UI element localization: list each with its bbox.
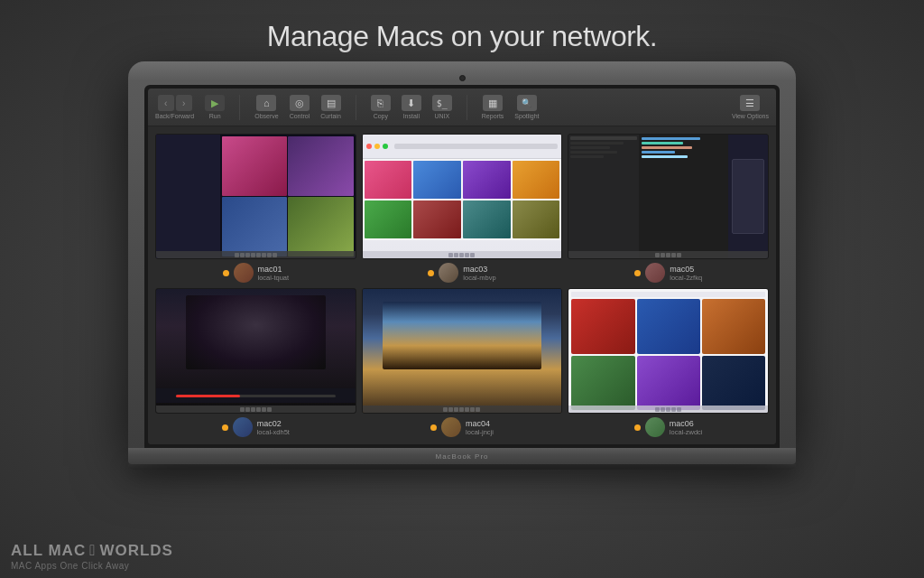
- mac05-avatar: [645, 263, 665, 283]
- unix-label: UNIX: [434, 113, 449, 119]
- mac05-screen[interactable]: [568, 134, 769, 259]
- reports-label: Reports: [482, 113, 504, 119]
- mac05-status-dot: [634, 270, 641, 276]
- list-item[interactable]: mac05 local-2zfkq: [568, 134, 769, 283]
- list-item[interactable]: mac02 local-xdh5t: [155, 288, 356, 437]
- mac02-screen[interactable]: [155, 288, 356, 414]
- mac06-screen[interactable]: [568, 288, 769, 414]
- mac02-avatar: [233, 417, 253, 437]
- mac04-info: mac04 local-jncji: [430, 417, 494, 437]
- mac02-status-dot: [222, 424, 228, 431]
- control-button[interactable]: ◎ Control: [290, 95, 310, 119]
- unix-button[interactable]: $_ UNIX: [432, 95, 452, 119]
- mac06-info: mac06 local-zwdci: [634, 417, 703, 437]
- mac02-info: mac02 local-xdh5t: [222, 417, 290, 437]
- mac02-name-block: mac02 local-xdh5t: [257, 419, 290, 436]
- run-button[interactable]: ▶ Run: [205, 95, 225, 119]
- music-card-5: [637, 356, 700, 411]
- screen-content: ‹ › Back/Forward ▶ Run ⌂ Observe: [148, 89, 776, 444]
- mac04-name: mac04: [466, 419, 494, 428]
- toolbar: ‹ › Back/Forward ▶ Run ⌂ Observe: [148, 89, 776, 126]
- mac06-music-cards: [568, 289, 768, 413]
- mac06-top-bar: [571, 292, 765, 297]
- apple-logo-icon: : [89, 542, 96, 560]
- list-item[interactable]: mac04 local-jncji: [362, 288, 563, 437]
- mac01-dock: [156, 251, 356, 258]
- mac04-screen-mock: [363, 289, 562, 413]
- mac04-dock: [363, 406, 562, 413]
- mac03-screen[interactable]: [362, 134, 563, 259]
- watermark: ALL MAC  WORLDS MAC Apps One Click Away: [11, 542, 173, 571]
- mac02-name: mac02: [257, 419, 290, 428]
- play-icon: ▶: [205, 95, 225, 111]
- back-forward-button[interactable]: ‹ › Back/Forward: [155, 95, 194, 119]
- spotlight-label: Spotlight: [514, 113, 539, 119]
- list-item[interactable]: mac03 local-mbvp: [362, 134, 563, 283]
- mac01-avatar: [234, 263, 254, 283]
- mac05-name: mac05: [670, 265, 702, 274]
- unix-icon: $_: [432, 95, 452, 111]
- mac06-screen-mock: [568, 289, 768, 413]
- mac01-screen-mock: [156, 135, 356, 258]
- mac03-name-block: mac03 local-mbvp: [463, 265, 495, 282]
- mac01-info: mac01 local-tquat: [223, 263, 290, 283]
- toolbar-separator-3: [467, 95, 467, 120]
- mac06-local: local-zwdci: [670, 428, 703, 436]
- page-title: Manage Macs on your network.: [0, 20, 924, 53]
- screens-grid: mac01 local-tquat: [148, 126, 776, 444]
- mac02-dock: [156, 406, 356, 413]
- mac03-screen-mock: [363, 135, 562, 258]
- mac06-avatar: [645, 417, 665, 437]
- mac01-name: mac01: [258, 265, 290, 274]
- spotlight-button[interactable]: 🔍 Spotlight: [514, 95, 539, 119]
- mac03-dock: [363, 251, 562, 258]
- toolbar-separator-2: [356, 95, 356, 120]
- reports-button[interactable]: ▦ Reports: [482, 95, 504, 119]
- observe-button[interactable]: ⌂ Observe: [254, 95, 278, 119]
- observe-label: Observe: [254, 113, 278, 119]
- macbook-body: ‹ › Back/Forward ▶ Run ⌂ Observe: [128, 61, 796, 448]
- list-item[interactable]: mac06 local-zwdci: [568, 288, 769, 437]
- list-item[interactable]: mac01 local-tquat: [155, 134, 356, 283]
- mac06-dock: [568, 406, 768, 413]
- mac01-screen[interactable]: [155, 134, 356, 259]
- mac03-avatar: [439, 263, 458, 283]
- run-label: Run: [209, 113, 221, 119]
- screen-bezel: ‹ › Back/Forward ▶ Run ⌂ Observe: [144, 85, 780, 448]
- back-arrow-icon[interactable]: ‹: [158, 95, 174, 111]
- copy-label: Copy: [374, 113, 388, 119]
- music-card-2: [637, 299, 700, 354]
- macbook-top-bar: [144, 70, 780, 85]
- mac01-name-block: mac01 local-tquat: [258, 265, 290, 282]
- watermark-title-part2: WORLDS: [99, 542, 173, 560]
- view-options-button[interactable]: ☰ View Options: [732, 95, 769, 119]
- toolbar-separator-1: [239, 95, 240, 120]
- mac03-local: local-mbvp: [463, 274, 495, 282]
- install-button[interactable]: ⬇ Install: [402, 95, 421, 119]
- copy-icon: ⎘: [371, 95, 391, 111]
- music-card-3: [702, 299, 765, 354]
- mac06-status-dot: [634, 424, 641, 431]
- mac05-screen-mock: [568, 135, 768, 258]
- mac04-screen[interactable]: [362, 288, 563, 414]
- curtain-button[interactable]: ▤ Curtain: [320, 95, 341, 119]
- mac03-status-dot: [428, 270, 434, 276]
- mac03-name: mac03: [463, 265, 495, 274]
- back-forward-label: Back/Forward: [155, 113, 194, 119]
- macbook-foot: [128, 464, 796, 470]
- watermark-subtitle: MAC Apps One Click Away: [11, 561, 173, 571]
- macbook-container: ‹ › Back/Forward ▶ Run ⌂ Observe: [128, 61, 796, 470]
- mac02-local: local-xdh5t: [257, 428, 290, 436]
- control-label: Control: [290, 113, 310, 119]
- mac01-status-dot: [223, 270, 229, 276]
- macbook-base: MacBook Pro: [128, 448, 796, 464]
- observe-icon: ⌂: [256, 95, 276, 111]
- view-options-icon: ☰: [740, 95, 760, 111]
- view-options-label: View Options: [732, 113, 769, 119]
- forward-arrow-icon[interactable]: ›: [176, 95, 192, 111]
- spotlight-icon: 🔍: [517, 95, 537, 111]
- copy-button[interactable]: ⎘ Copy: [371, 95, 391, 119]
- mac04-avatar: [441, 417, 461, 437]
- mac06-name-block: mac06 local-zwdci: [670, 419, 703, 436]
- control-icon: ◎: [290, 95, 310, 111]
